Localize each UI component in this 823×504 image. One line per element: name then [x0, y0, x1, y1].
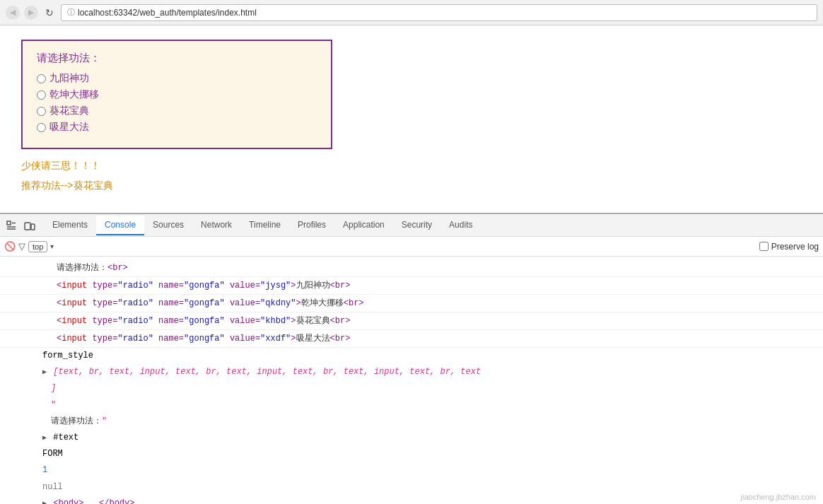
radio-jysg[interactable]: [37, 74, 46, 83]
tab-audits[interactable]: Audits: [440, 216, 481, 235]
console-text-jysg: 九阳神功: [296, 281, 330, 291]
console-toolbar: 🚫 ▽ top ▾ Preserve log: [0, 237, 823, 257]
browser-toolbar: ◀ ▶ ↻ ⓘ localhost:63342/web_auth/templat…: [0, 0, 823, 25]
tab-elements[interactable]: Elements: [44, 216, 96, 235]
preserve-log-container: Preserve log: [759, 242, 819, 252]
preserve-log-label: Preserve log: [771, 242, 819, 252]
svg-rect-4: [25, 223, 30, 230]
tab-application[interactable]: Application: [334, 216, 393, 235]
radio-qkdny[interactable]: [37, 90, 46, 100]
console-input-3: <input type="radio" name="gongfa" value=…: [0, 312, 823, 330]
console-label-line: 请选择功法：": [0, 414, 823, 430]
clear-console-icon[interactable]: 🚫: [4, 241, 16, 252]
page-content: 请选择功法： 九阳神功 乾坤大挪移 葵花宝典 吸星大法 少侠请三思！！！ 推荐功…: [0, 25, 823, 213]
svg-rect-0: [7, 221, 11, 225]
console-text-qkdny: 乾坤大挪移: [301, 298, 344, 308]
console-body-ellipsis: …: [89, 498, 94, 504]
tab-console[interactable]: Console: [96, 216, 144, 235]
console-html-block: 请选择功法：<br>: [0, 259, 823, 277]
console-body-close: </body>: [99, 498, 134, 504]
recommend-text: 推荐功法-->葵花宝典: [21, 180, 802, 192]
console-form-label: FORM: [0, 446, 823, 462]
tab-timeline[interactable]: Timeline: [240, 216, 289, 235]
console-body: 请选择功法：<br> <input type="radio" name="gon…: [0, 257, 823, 504]
console-context-selector[interactable]: top: [28, 241, 47, 252]
preserve-log-checkbox[interactable]: [759, 242, 769, 251]
tab-sources[interactable]: Sources: [144, 216, 192, 235]
lock-icon: ⓘ: [67, 7, 75, 18]
context-arrow: ▾: [50, 242, 54, 250]
radio-option-qkdny[interactable]: 乾坤大挪移: [37, 88, 317, 101]
console-array-text: [text, br, text, input, text, br, text, …: [53, 367, 481, 377]
url-text: localhost:63342/web_auth/templates/index…: [78, 8, 257, 18]
devtools-panel: Elements Console Sources Network Timelin…: [0, 213, 823, 504]
back-button[interactable]: ◀: [6, 6, 20, 20]
radio-khbd[interactable]: [37, 107, 46, 116]
devtools-topbar: Elements Console Sources Network Timelin…: [0, 214, 823, 237]
devtools-tabs: Elements Console Sources Network Timelin…: [44, 214, 481, 236]
console-body-open: <body>: [53, 498, 83, 504]
tab-profiles[interactable]: Profiles: [289, 216, 334, 235]
tab-network[interactable]: Network: [192, 216, 240, 235]
inspect-element-button[interactable]: [3, 217, 20, 234]
console-array-line: ▶ [text, br, text, input, text, br, text…: [0, 364, 823, 380]
radio-label-xxdf: 吸星大法: [49, 121, 89, 134]
bracket-text: ]: [51, 383, 56, 393]
address-bar[interactable]: ⓘ localhost:63342/web_auth/templates/ind…: [61, 4, 817, 21]
reload-button[interactable]: ↻: [42, 6, 57, 20]
console-null: null: [0, 479, 823, 496]
form-box: 请选择功法： 九阳神功 乾坤大挪移 葵花宝典 吸星大法: [21, 40, 332, 149]
console-hash-text: #text: [53, 433, 78, 443]
radio-label-khbd: 葵花宝典: [49, 105, 89, 117]
console-form-title-text: 请选择功法：<br>: [57, 263, 128, 273]
radio-option-khbd[interactable]: 葵花宝典: [37, 105, 317, 117]
console-body-tag: ▶ <body> … </body>: [0, 496, 823, 504]
expand-body-icon[interactable]: ▶: [42, 498, 47, 504]
forward-button[interactable]: ▶: [24, 6, 38, 20]
radio-xxdf[interactable]: [37, 123, 46, 132]
console-label-text: 请选择功法：": [51, 416, 107, 426]
warning-text: 少侠请三思！！！: [21, 160, 802, 172]
expand-array-icon[interactable]: ▶: [42, 367, 47, 378]
console-number-1: 1: [0, 462, 823, 479]
radio-option-xxdf[interactable]: 吸星大法: [37, 121, 317, 134]
console-input-1: <input type="radio" name="gongfa" value=…: [0, 277, 823, 295]
svg-rect-5: [31, 224, 35, 230]
device-toggle-button[interactable]: [21, 217, 38, 234]
console-input-4: <input type="radio" name="gongfa" value=…: [0, 330, 823, 348]
console-text-xxdf: 吸星大法: [296, 334, 330, 344]
devtools-icons: [3, 217, 38, 234]
radio-option-jysg[interactable]: 九阳神功: [37, 72, 317, 85]
console-text-node: ▶ #text: [0, 430, 823, 446]
console-input-2: <input type="radio" name="gongfa" value=…: [0, 295, 823, 312]
console-quote-text: ": [51, 400, 56, 410]
tab-security[interactable]: Security: [393, 216, 440, 235]
watermark: jiaocheng.jbzhan.com: [741, 493, 816, 501]
console-string-val: ": [0, 397, 823, 414]
radio-label-jysg: 九阳神功: [49, 72, 89, 85]
form-title: 请选择功法：: [37, 52, 317, 65]
console-bracket-close: ]: [0, 380, 823, 397]
expand-text-icon[interactable]: ▶: [42, 433, 47, 444]
filter-icon[interactable]: ▽: [18, 241, 25, 252]
console-text-khbd: 葵花宝典: [296, 316, 330, 326]
radio-label-qkdny: 乾坤大挪移: [49, 88, 99, 101]
console-form-style-label: form_style: [0, 348, 823, 364]
